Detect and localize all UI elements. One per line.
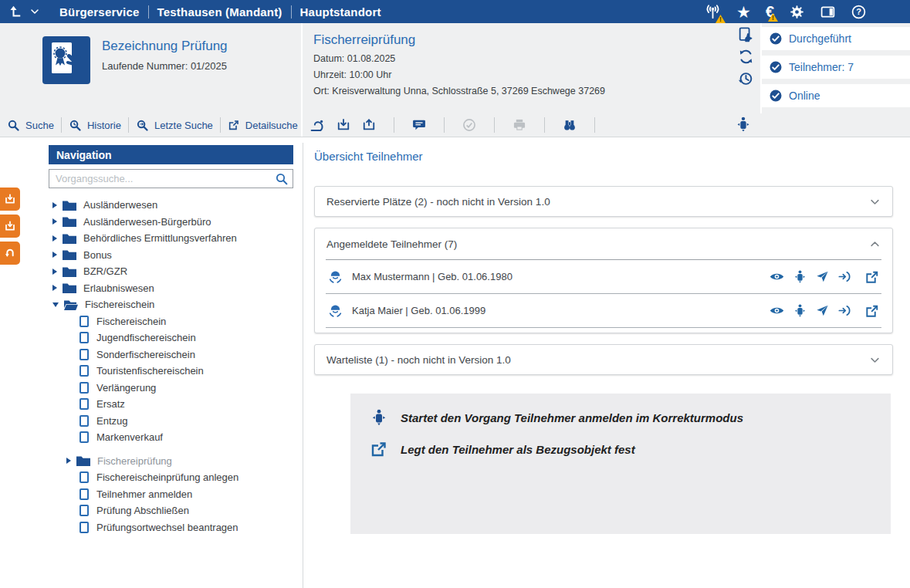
exam-header: Fischerreiprüfung Datum: 01.08.2025 Uhrz… [301,23,760,113]
external-link-icon[interactable] [864,269,880,285]
icon-legend: Startet den Vorgang Teilnehmer anmelden … [350,394,891,534]
process-icon [79,398,89,410]
tree-subfolder-item[interactable]: Fischereiprüfung [49,453,293,470]
tree-folder-item[interactable]: BZR/GZR [49,263,293,280]
star-favorites-icon[interactable]: ★ [736,4,751,20]
person-correction-icon [369,408,389,427]
check-circle-icon [769,89,783,103]
tree-folder-item[interactable]: Ausländerwesen [49,197,293,214]
chevron-up-icon[interactable] [869,238,881,250]
process-icon [79,505,89,516]
status-badge[interactable]: Durchgeführt [762,27,910,50]
chevron-down-icon[interactable] [30,7,39,16]
import-icon[interactable] [336,117,351,133]
tree-leaf-item[interactable]: Sonderfischereischein [49,346,293,363]
status-badge[interactable]: Online [762,84,910,107]
panel-reserved-seats[interactable]: Reservierte Plätze (2) - noch nicht in V… [314,186,893,217]
euro-warning-icon[interactable]: € ! [766,4,774,19]
folder-icon [63,282,76,293]
check-circle-icon [769,32,783,46]
expand-arrow-icon[interactable] [52,202,57,208]
export-icon[interactable] [361,117,377,133]
gear-icon[interactable] [789,4,805,20]
tree-leaf-item[interactable]: Fischereischeinprüfung anlegen [49,469,293,486]
breadcrumb-mandant[interactable]: Testhausen (Mandant) [157,5,282,19]
navigation-panel: Navigation Ausländerwesen Ausländerwesen… [49,145,293,536]
history-clock-icon[interactable] [737,70,754,87]
collapse-arrow-icon[interactable] [52,302,59,307]
tree-leaf-item[interactable]: Entzug [49,413,293,430]
dock-import-button[interactable] [0,188,20,211]
process-icon [79,316,89,327]
person-correction-icon[interactable] [793,303,807,318]
history-search-button[interactable]: Historie [69,119,121,132]
main-content: Übersicht Teilnehmer Reservierte Plätze … [314,144,910,534]
case-header: Bezeichnung Prüfung Laufende Nummer: 01/… [0,23,301,113]
expand-arrow-icon[interactable] [52,269,57,275]
external-link-icon[interactable] [864,303,880,319]
chevron-down-icon[interactable] [869,196,881,208]
tree-leaf-item[interactable]: Jugendfischereischein [49,329,293,346]
status-badge[interactable]: Teilnehmer: 7 [762,56,910,79]
level-up-icon[interactable] [8,4,23,19]
send-icon[interactable] [815,303,830,318]
breadcrumb-standort[interactable]: Hauptstandort [300,5,381,19]
tree-folder-item[interactable]: Erlaubniswesen [49,280,293,297]
view-icon[interactable] [769,269,785,285]
dock-return-button[interactable] [0,242,20,265]
folder-icon [63,200,76,211]
fish-hook-icon[interactable] [310,117,326,133]
process-icon [79,431,89,443]
login-icon[interactable] [837,303,852,318]
last-search-button[interactable]: Letzte Suche [136,119,213,132]
expand-arrow-icon[interactable] [66,458,71,464]
case-search-input[interactable] [49,170,293,188]
person-correction-icon[interactable] [735,116,752,133]
broadcast-warning-icon[interactable]: ! [704,3,722,21]
tree-leaf-item[interactable]: Touristenfischereischein [49,363,293,380]
search-history-icon [69,119,82,132]
refresh-icon[interactable] [738,49,754,65]
folder-icon [63,249,76,260]
case-search [49,169,293,188]
tree-leaf-item[interactable]: Teilnehmer anmelden [49,486,293,503]
tree-leaf-item[interactable]: Verlängerung [49,380,293,397]
exam-date: Datum: 01.08.2025 [313,53,760,64]
detail-search-button[interactable]: Detailsuche [228,119,298,131]
expand-arrow-icon[interactable] [52,252,57,258]
binoculars-icon[interactable] [562,117,577,133]
view-icon[interactable] [769,302,785,319]
layout-panel-icon[interactable] [820,4,836,20]
tree-leaf-item[interactable]: Markenverkauf [49,429,293,446]
tree-leaf-item[interactable]: Prüfung Abschließen [49,502,293,519]
comment-icon[interactable] [411,117,427,133]
participant-row: Katja Maier | Geb. 01.06.1999 [326,294,881,328]
external-link-icon [369,440,389,458]
tree-leaf-item[interactable]: Fischereischein [49,313,293,330]
folder-icon [63,266,76,277]
dock-import-button-2[interactable] [0,215,20,238]
help-icon[interactable]: ? [851,4,867,20]
panel-header[interactable]: Angemeldete Teilnehmer (7) [315,228,892,259]
expand-arrow-icon[interactable] [52,285,57,291]
svg-text:!: ! [719,15,722,23]
search-icon[interactable] [275,172,289,186]
expand-arrow-icon[interactable] [52,218,57,225]
search-again-icon [136,119,149,132]
chevron-down-icon[interactable] [869,354,881,366]
panel-waitlist[interactable]: Warteliste (1) - noch nicht in Version 1… [314,344,893,375]
login-icon[interactable] [837,269,852,284]
tree-leaf-item[interactable]: Prüfungsortwechsel beantragen [49,519,293,536]
notes-icon[interactable] [737,26,754,43]
tree-folder-item[interactable]: Ausländerwesen-Bürgerbüro [49,214,293,231]
tree-folder-item-expanded[interactable]: Fischereischein [49,296,293,313]
tree-folder-item[interactable]: Behördliches Ermittlungsverfahren [49,230,293,247]
send-icon[interactable] [815,269,830,284]
person-correction-icon[interactable] [793,269,807,284]
tree-leaf-item[interactable]: Ersatz [49,396,293,413]
breadcrumb-app[interactable]: Bürgerservice [59,5,140,19]
expand-arrow-icon[interactable] [52,235,57,242]
tree-folder-item[interactable]: Bonus [49,247,293,264]
search-button[interactable]: Suche [7,119,54,132]
certificate-icon [42,36,90,84]
